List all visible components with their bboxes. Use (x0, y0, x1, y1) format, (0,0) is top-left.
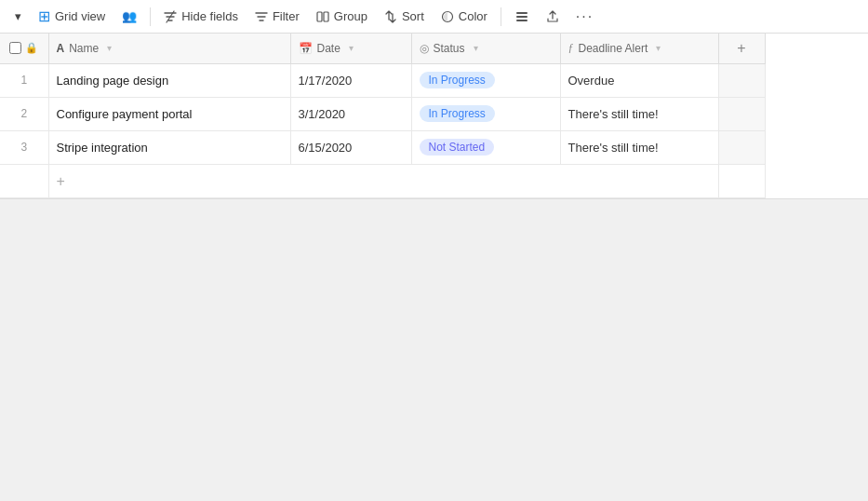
svg-rect-0 (317, 12, 322, 21)
row-2-date-text: 3/1/2020 (299, 107, 346, 121)
svg-rect-3 (516, 12, 527, 14)
row-3-status-badge: Not Started (420, 139, 495, 156)
select-all-checkbox[interactable] (9, 42, 21, 54)
col-header-add[interactable]: + (718, 34, 765, 63)
table-row: 2 Configure payment portal 3/1/2020 In P… (0, 97, 765, 130)
sort-label: Sort (402, 9, 424, 23)
row-1-date-text: 1/17/2020 (299, 74, 353, 88)
deadline-col-chevron: ▾ (656, 43, 661, 53)
row-3-name-text: Stripe integration (57, 141, 148, 155)
group-icon (316, 9, 329, 24)
table-row: 1 Landing page design 1/17/2020 In Progr… (0, 63, 765, 97)
table-container: 🔒 A Name ▾ 📅 Date ▾ (0, 34, 868, 199)
share-button[interactable] (539, 6, 567, 28)
row-1-deadline-text: Overdue (568, 74, 615, 88)
status-col-label: Status (434, 42, 465, 55)
row-1-name[interactable]: Landing page design (48, 63, 290, 97)
hide-fields-icon (164, 9, 177, 24)
more-icon: ··· (576, 8, 594, 25)
group-button[interactable]: Group (309, 6, 375, 28)
svg-rect-4 (516, 16, 527, 18)
add-row-extra (718, 164, 765, 197)
date-col-icon: 📅 (299, 42, 313, 55)
row-1-deadline[interactable]: Overdue (560, 63, 718, 97)
add-row-button[interactable]: + (48, 164, 718, 197)
add-row-icon: + (57, 173, 65, 189)
add-row[interactable]: + (0, 164, 765, 197)
separator-1 (150, 7, 151, 26)
hide-fields-button[interactable]: Hide fields (156, 6, 246, 28)
row-2-deadline-text: There's still time! (568, 107, 659, 121)
row-1-status[interactable]: In Progress (411, 63, 560, 97)
date-col-label: Date (317, 42, 341, 55)
more-button[interactable]: ··· (568, 5, 601, 29)
grid-view-label: Grid view (55, 9, 105, 23)
row-3-extra (718, 130, 765, 164)
table-header-row: 🔒 A Name ▾ 📅 Date ▾ (0, 34, 765, 63)
filter-icon (255, 9, 268, 24)
people-button[interactable]: 👥 (114, 6, 144, 27)
grid-view-icon: ⊞ (38, 7, 50, 25)
row-3-status[interactable]: Not Started (411, 130, 560, 164)
lock-icon: 🔒 (25, 42, 38, 54)
add-col-icon: + (737, 40, 745, 56)
row-2-status-badge: In Progress (420, 105, 495, 122)
separator-2 (501, 7, 501, 26)
row-2-date[interactable]: 3/1/2020 (290, 97, 411, 130)
row-2-extra (718, 97, 765, 130)
row-2-name[interactable]: Configure payment portal (48, 97, 290, 130)
filter-label: Filter (273, 9, 300, 23)
row-num-3: 3 (0, 130, 48, 164)
row-number-3: 3 (20, 141, 27, 154)
toolbar: ▾ ⊞ Grid view 👥 Hide fields Filter (0, 0, 868, 34)
dropdown-arrow-icon: ▾ (15, 9, 21, 23)
lines-icon (514, 8, 529, 24)
name-col-chevron: ▾ (107, 43, 112, 53)
row-3-deadline[interactable]: There's still time! (560, 130, 718, 164)
sort-button[interactable]: Sort (377, 6, 432, 28)
filter-button[interactable]: Filter (247, 6, 307, 28)
row-3-date[interactable]: 6/15/2020 (290, 130, 411, 164)
row-1-name-text: Landing page design (57, 74, 169, 88)
row-2-name-text: Configure payment portal (57, 107, 193, 121)
row-2-status[interactable]: In Progress (411, 97, 560, 130)
group-label: Group (334, 9, 367, 23)
deadline-col-label: Deadline Alert (579, 42, 648, 55)
color-icon (441, 9, 454, 24)
dropdown-arrow-button[interactable]: ▾ (7, 6, 29, 27)
people-icon: 👥 (122, 9, 137, 23)
row-2-deadline[interactable]: There's still time! (560, 97, 718, 130)
grid-view-button[interactable]: ⊞ Grid view (31, 4, 113, 29)
row-3-date-text: 6/15/2020 (299, 141, 353, 155)
row-3-name[interactable]: Stripe integration (48, 130, 290, 164)
row-3-deadline-text: There's still time! (568, 141, 659, 155)
empty-area (0, 199, 868, 479)
row-num-1: 1 (0, 63, 48, 97)
deadline-col-icon: ƒ (568, 41, 574, 55)
row-num-2: 2 (0, 97, 48, 130)
row-number-2: 2 (20, 107, 27, 120)
svg-rect-5 (516, 20, 527, 21)
lines-button[interactable] (507, 5, 537, 28)
col-header-name[interactable]: A Name ▾ (48, 34, 290, 63)
col-header-status[interactable]: ◎ Status ▾ (411, 34, 560, 63)
color-label: Color (459, 9, 487, 23)
col-header-checkbox[interactable]: 🔒 (0, 34, 48, 63)
col-header-deadline[interactable]: ƒ Deadline Alert ▾ (560, 34, 718, 63)
svg-rect-1 (324, 12, 328, 21)
row-number-1: 1 (20, 74, 27, 87)
row-1-status-badge: In Progress (420, 72, 495, 88)
name-col-label: Name (69, 42, 99, 55)
add-row-num (0, 164, 48, 197)
color-button[interactable]: Color (434, 6, 495, 28)
date-col-chevron: ▾ (349, 43, 354, 53)
name-col-icon: A (57, 42, 65, 55)
share-icon (546, 9, 559, 24)
row-1-date[interactable]: 1/17/2020 (290, 63, 411, 97)
main-table: 🔒 A Name ▾ 📅 Date ▾ (0, 34, 766, 198)
sort-icon (384, 9, 397, 24)
status-col-icon: ◎ (420, 42, 429, 55)
hide-fields-label: Hide fields (181, 9, 238, 23)
col-header-date[interactable]: 📅 Date ▾ (290, 34, 411, 63)
row-1-extra (718, 63, 765, 97)
